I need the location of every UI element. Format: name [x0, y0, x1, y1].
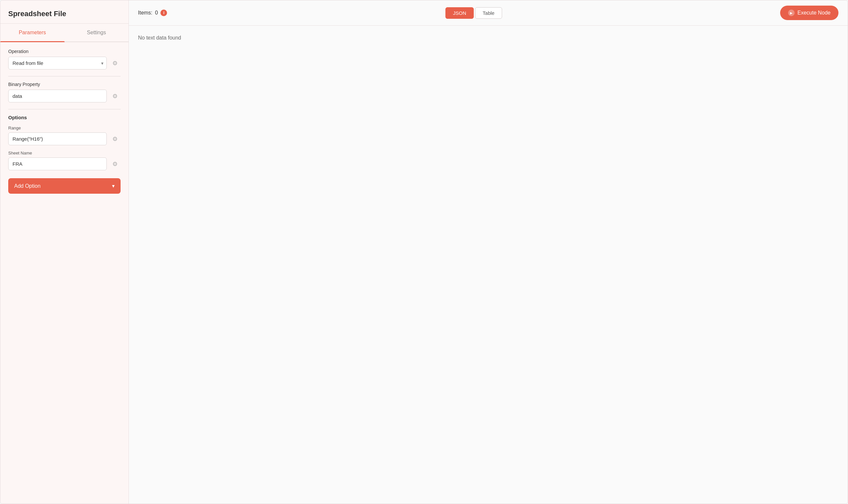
- execute-node-label: Execute Node: [797, 10, 831, 16]
- range-label: Range: [8, 126, 121, 130]
- divider-1: [8, 76, 121, 76]
- items-info-icon[interactable]: i: [160, 10, 167, 16]
- operation-label: Operation: [8, 49, 121, 54]
- items-info: Items: 0 i: [138, 10, 167, 16]
- add-option-button[interactable]: Add Option ▾: [8, 178, 121, 194]
- operation-select-wrapper: Read from file Write to file ▾: [8, 57, 107, 70]
- add-option-chevron-icon: ▾: [112, 183, 115, 189]
- range-input[interactable]: [8, 132, 107, 145]
- binary-property-group: Binary Property ⚙: [8, 82, 121, 103]
- operation-group: Operation Read from file Write to file ▾…: [8, 49, 121, 70]
- sheet-name-gear-icon[interactable]: ⚙: [109, 159, 121, 170]
- left-panel: Spreadsheet File Parameters Settings Ope…: [0, 0, 129, 504]
- options-label: Options: [8, 115, 121, 120]
- tab-row: Parameters Settings: [0, 24, 128, 42]
- items-count: 0: [155, 10, 158, 16]
- operation-row: Read from file Write to file ▾ ⚙: [8, 57, 121, 70]
- binary-property-row: ⚙: [8, 90, 121, 103]
- execute-node-button[interactable]: ▶ Execute Node: [780, 5, 838, 20]
- no-data-message: No text data found: [138, 35, 838, 41]
- sheet-name-label: Sheet Name: [8, 150, 121, 156]
- divider-2: [8, 109, 121, 109]
- add-option-label: Add Option: [14, 183, 40, 189]
- tab-table[interactable]: Table: [475, 7, 502, 19]
- sheet-name-row: ⚙: [8, 158, 121, 170]
- sheet-name-group: Sheet Name ⚙: [8, 150, 121, 170]
- tab-settings[interactable]: Settings: [65, 24, 129, 41]
- items-label: Items:: [138, 10, 152, 16]
- range-gear-icon[interactable]: ⚙: [109, 133, 121, 145]
- play-icon: ▶: [788, 10, 795, 16]
- right-panel: Items: 0 i JSON Table ▶ Execute Node No …: [129, 0, 848, 504]
- right-body: No text data found: [129, 26, 848, 504]
- app-title: Spreadsheet File: [0, 0, 128, 24]
- binary-property-gear-icon[interactable]: ⚙: [109, 91, 121, 102]
- panel-body: Operation Read from file Write to file ▾…: [0, 42, 128, 504]
- operation-gear-icon[interactable]: ⚙: [109, 58, 121, 69]
- view-tabs: JSON Table: [446, 7, 502, 19]
- tab-parameters[interactable]: Parameters: [0, 24, 65, 41]
- operation-select[interactable]: Read from file Write to file: [8, 57, 107, 70]
- tab-json[interactable]: JSON: [446, 7, 474, 19]
- right-header: Items: 0 i JSON Table ▶ Execute Node: [129, 0, 848, 26]
- sheet-name-input[interactable]: [8, 158, 107, 170]
- binary-property-input[interactable]: [8, 90, 107, 103]
- binary-property-label: Binary Property: [8, 82, 121, 87]
- range-row: ⚙: [8, 132, 121, 145]
- range-group: Range ⚙: [8, 126, 121, 145]
